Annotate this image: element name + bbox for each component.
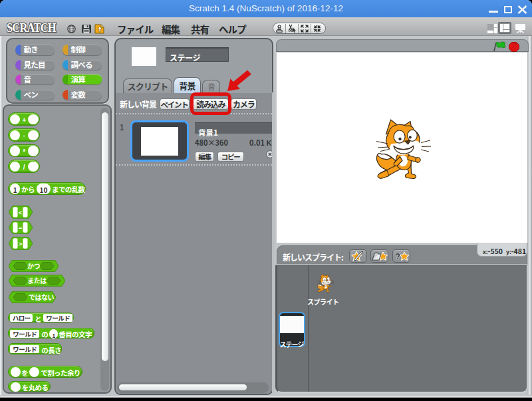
svg-text:かつ: かつ (27, 261, 40, 271)
svg-text:ではない: ではない (29, 292, 54, 302)
svg-text:SCRATCH: SCRATCH (7, 21, 57, 34)
svg-text:=: = (18, 222, 22, 231)
svg-text:?: ? (395, 251, 400, 261)
svg-text:>: > (18, 239, 22, 248)
svg-text:<: < (18, 207, 22, 217)
svg-text:または: または (27, 275, 47, 285)
